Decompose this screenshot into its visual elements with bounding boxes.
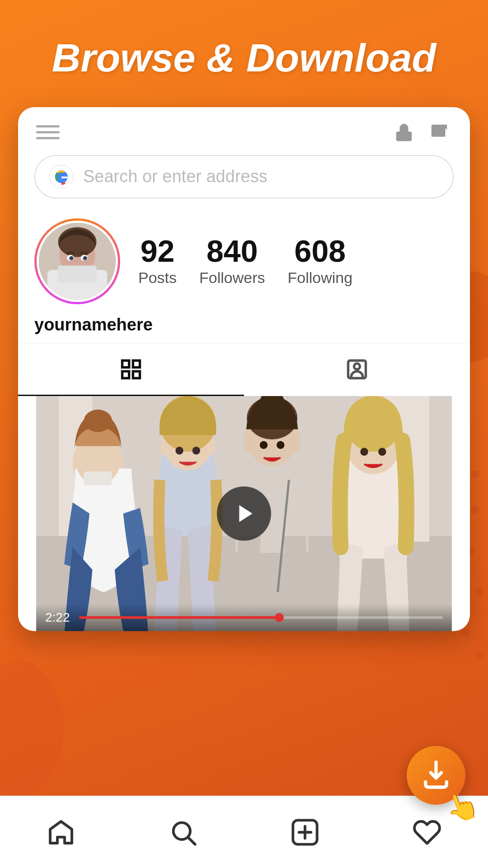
tab-tagged[interactable] [244,344,470,396]
decorative-blob-left [0,660,63,796]
posts-stat[interactable]: 92 Posts [138,236,177,287]
lock-icon [394,122,414,143]
nav-search[interactable] [160,810,206,855]
nav-favorites[interactable] [404,810,450,855]
profile-section: 92 Posts 840 Followers 608 Following [18,209,470,311]
svg-rect-25 [133,371,140,378]
svg-point-51 [345,396,401,452]
play-icon [235,502,257,525]
menu-line-3 [36,137,60,139]
search-bar-container: Search or enter address [18,151,470,209]
followers-stat[interactable]: 840 Followers [199,236,265,287]
svg-point-46 [260,441,267,448]
svg-rect-22 [122,360,129,367]
menu-button[interactable] [36,125,60,139]
search-bar[interactable]: Search or enter address [34,155,454,198]
svg-point-52 [360,448,368,455]
page-title-section: Browse & Download [0,0,488,107]
search-input-placeholder[interactable]: Search or enter address [83,167,267,186]
profile-username[interactable]: yournamehere [34,315,153,334]
video-timestamp: 2:22 [45,610,70,625]
profile-username-row: yournamehere [18,311,470,344]
svg-line-56 [188,838,195,844]
svg-point-40 [175,447,183,454]
following-stat[interactable]: 608 Following [288,236,353,287]
grid-icon [119,358,143,381]
posts-label: Posts [138,269,177,287]
new-tab-icon [430,122,450,143]
profile-avatar[interactable] [37,221,118,302]
menu-line-2 [36,131,60,133]
svg-point-20 [71,256,73,258]
new-tab-icon-button[interactable] [428,121,452,144]
svg-point-8 [66,183,71,186]
browser-card: Search or enter address [18,107,470,631]
svg-rect-15 [58,265,97,283]
svg-rect-36 [84,472,112,486]
page-title: Browse & Download [0,36,488,80]
heart-icon [413,818,441,847]
followers-label: Followers [199,269,265,287]
home-icon [47,818,75,847]
followers-count: 840 [206,236,258,266]
profile-stats: 92 Posts 840 Followers 608 Following [138,236,352,287]
bottom-nav [0,796,488,868]
svg-point-41 [192,447,200,454]
profile-avatar-wrapper [34,218,120,304]
video-player: 2:22 [36,396,452,631]
posts-count: 92 [141,236,175,266]
video-controls: 2:22 [36,604,452,631]
svg-point-47 [277,441,284,448]
add-icon [291,818,319,847]
google-icon [49,164,74,189]
svg-rect-23 [133,360,140,367]
video-progress-bar[interactable] [79,616,443,619]
video-progress-dot [275,613,284,622]
play-button[interactable] [217,486,271,541]
svg-rect-1 [432,125,446,137]
svg-point-21 [84,256,86,258]
svg-point-35 [84,410,112,432]
svg-rect-0 [396,132,412,141]
person-icon [345,358,369,381]
following-count: 608 [295,236,346,266]
search-icon [169,818,197,847]
profile-avatar-image [39,223,116,300]
browser-topbar [18,107,470,151]
lock-icon-button[interactable] [392,121,416,144]
tab-grid[interactable] [18,344,244,396]
svg-rect-24 [122,371,129,378]
video-progress-fill [79,616,279,619]
following-label: Following [288,269,353,287]
nav-add[interactable] [282,810,328,855]
menu-line-1 [36,125,60,127]
download-icon [420,760,452,791]
svg-point-27 [354,363,360,369]
svg-point-53 [378,448,386,455]
nav-home[interactable] [38,810,84,855]
topbar-right-icons [392,121,452,144]
profile-tabs [18,344,470,396]
svg-marker-54 [239,505,252,522]
